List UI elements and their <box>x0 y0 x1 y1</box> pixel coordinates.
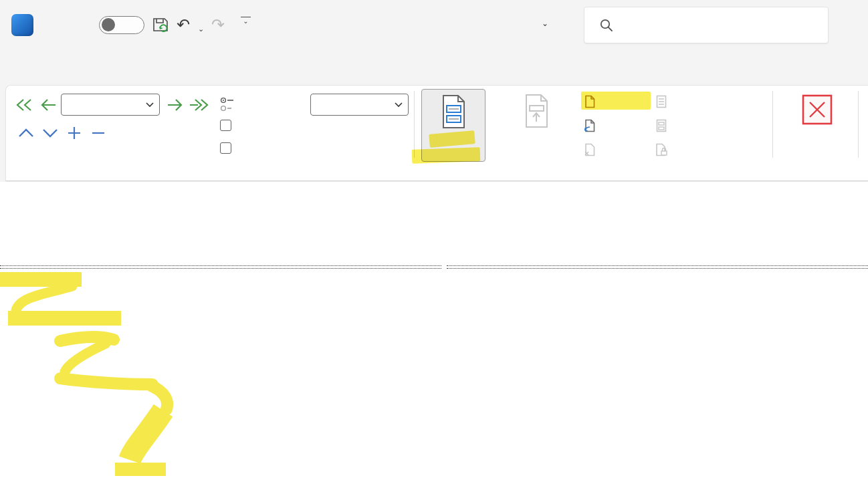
demote-to-body-text-icon[interactable] <box>188 94 209 116</box>
expand-outline-icon[interactable] <box>64 122 85 144</box>
highlighter-mark <box>412 147 481 164</box>
master-document-group-label <box>415 165 772 178</box>
word-app-icon[interactable] <box>11 14 33 36</box>
promote-icon[interactable] <box>38 94 60 116</box>
collapse-outline-icon[interactable] <box>88 122 109 144</box>
section-break-line <box>447 265 868 269</box>
group-divider <box>414 91 415 158</box>
ribbon-tabs <box>0 51 868 85</box>
title-dropdown-chevron-icon[interactable]: ⌄ <box>542 19 548 28</box>
group-divider <box>772 91 773 158</box>
collapse-subdocuments-button <box>492 89 580 162</box>
merge-subdocument-button <box>655 92 673 110</box>
close-outline-view-button[interactable] <box>776 89 858 162</box>
move-down-icon[interactable] <box>39 122 61 144</box>
save-icon[interactable] <box>151 15 170 35</box>
document-outline-view <box>0 182 868 484</box>
highlighter-annotation <box>0 182 868 484</box>
show-level-icon <box>220 96 235 116</box>
unlink-subdocument-button <box>583 140 602 158</box>
lock-document-icon <box>655 143 668 156</box>
redo-icon: ↷ <box>211 15 225 35</box>
section-break <box>0 263 868 271</box>
outline-level-dropdown[interactable] <box>61 94 160 116</box>
move-up-icon[interactable] <box>15 122 37 144</box>
checkbox-icon <box>220 142 231 154</box>
close-icon <box>801 94 833 126</box>
title-bar: ↶ ⌄ ↷ ⌄ ⌄ <box>0 0 868 51</box>
collapse-subdocuments-icon <box>521 94 552 128</box>
quick-access-overflow-icon[interactable]: ⌄ <box>241 17 251 37</box>
show-text-formatting-checkbox[interactable] <box>220 116 238 134</box>
outline-tools-group-label <box>6 165 414 178</box>
group-divider <box>858 91 859 158</box>
split-icon <box>655 119 668 132</box>
undo-dropdown-chevron-icon[interactable]: ⌄ <box>198 19 204 39</box>
insert-subdocument-button[interactable] <box>583 116 602 134</box>
outlining-ribbon <box>5 85 868 181</box>
chevron-down-icon <box>395 102 403 108</box>
promote-to-heading1-icon[interactable] <box>14 94 35 116</box>
autosave-toggle[interactable] <box>99 16 144 34</box>
demote-icon[interactable] <box>164 94 185 116</box>
unlink-icon <box>583 143 596 156</box>
toggle-knob <box>102 18 115 31</box>
search-input[interactable] <box>584 7 829 43</box>
search-icon <box>599 18 614 33</box>
show-first-line-only-checkbox[interactable] <box>220 139 238 156</box>
merge-icon <box>655 95 668 108</box>
checkbox-icon <box>220 120 231 131</box>
chevron-down-icon <box>146 102 154 108</box>
show-document-icon <box>438 94 469 129</box>
show-level-dropdown[interactable] <box>310 94 409 116</box>
lock-document-button <box>655 140 673 158</box>
split-subdocument-button <box>655 116 673 134</box>
insert-icon <box>583 119 596 132</box>
highlighter-mark <box>581 92 651 110</box>
close-group-label <box>774 165 859 178</box>
undo-icon[interactable]: ↶ <box>177 15 190 35</box>
section-break-line <box>0 265 441 269</box>
